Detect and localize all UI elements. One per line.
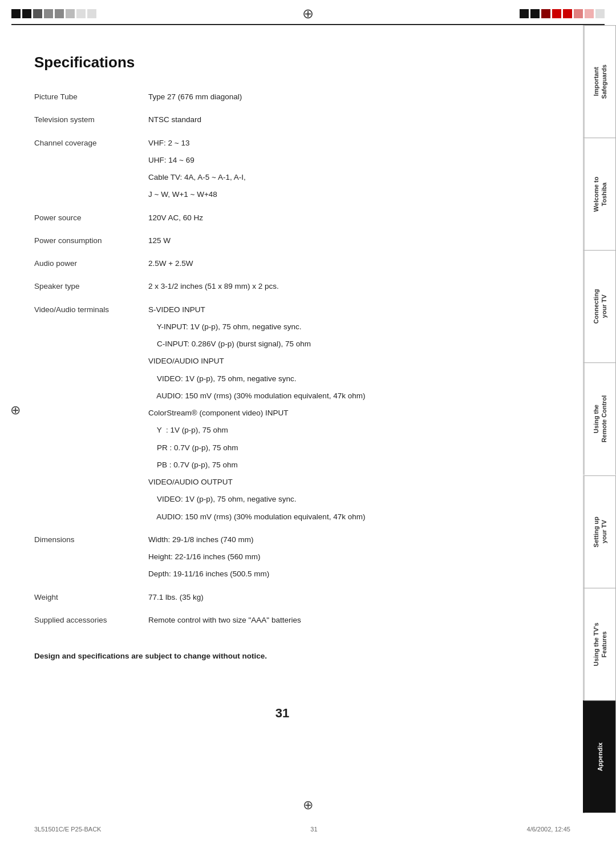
table-row: AUDIO: 150 mV (rms) (30% modulation equi… bbox=[34, 387, 530, 405]
table-row: DimensionsWidth: 29-1/8 inches (740 mm) bbox=[34, 531, 530, 548]
footer-left: 3L51501C/E P25-BACK bbox=[34, 826, 101, 833]
table-row: Cable TV: 4A, A-5 ~ A-1, A-I, bbox=[34, 169, 530, 186]
table-row: Y-INPUT: 1V (p-p), 75 ohm, negative sync… bbox=[34, 318, 530, 336]
table-row: Television systemNTSC standard bbox=[34, 111, 530, 128]
table-row: ColorStream® (component video) INPUT bbox=[34, 405, 530, 422]
table-row: PB : 0.7V (p-p), 75 ohm bbox=[34, 457, 530, 474]
sidebar-tab[interactable]: Using the Remote Control bbox=[583, 362, 616, 475]
table-row: Power source120V AC, 60 Hz bbox=[34, 209, 530, 227]
table-row: AUDIO: 150 mV (rms) (30% modulation equi… bbox=[34, 508, 530, 526]
top-pattern-right bbox=[520, 9, 605, 18]
table-row: C-INPUT: 0.286V (p-p) (burst signal), 75… bbox=[34, 336, 530, 353]
table-row: Channel coverageVHF: 2 ~ 13 bbox=[34, 135, 530, 152]
sidebar-tab[interactable]: Appendix bbox=[583, 700, 616, 813]
bottom-crosshair: ⊕ bbox=[303, 798, 313, 813]
table-row: Height: 22-1/16 inches (560 mm) bbox=[34, 548, 530, 566]
table-row: UHF: 14 ~ 69 bbox=[34, 152, 530, 169]
table-row: Y : 1V (p-p), 75 ohm bbox=[34, 422, 530, 439]
table-row: VIDEO: 1V (p-p), 75 ohm, negative sync. bbox=[34, 370, 530, 387]
table-row: Supplied accessoriesRemote control with … bbox=[34, 612, 530, 629]
table-row: VIDEO: 1V (p-p), 75 ohm, negative sync. bbox=[34, 491, 530, 508]
page-number: 31 bbox=[34, 706, 530, 721]
sidebar-tab[interactable]: Welcome to Toshiba bbox=[583, 138, 616, 250]
center-crosshair-top: ⊕ bbox=[302, 7, 314, 21]
table-row: Speaker type2 x 3-1/2 inches (51 x 89 mm… bbox=[34, 278, 530, 295]
table-row: Picture TubeType 27 (676 mm diagonal) bbox=[34, 88, 530, 106]
table-row: Weight77.1 lbs. (35 kg) bbox=[34, 589, 530, 606]
top-pattern-left bbox=[11, 9, 96, 18]
table-row: VIDEO/AUDIO OUTPUT bbox=[34, 474, 530, 491]
footer: 3L51501C/E P25-BACK 31 4/6/2002, 12:45 bbox=[34, 826, 570, 833]
sidebar-tab[interactable]: Connecting your TV bbox=[583, 250, 616, 362]
table-row: Depth: 19-11/16 inches (500.5 mm) bbox=[34, 566, 530, 583]
table-row: PR : 0.7V (p-p), 75 ohm bbox=[34, 439, 530, 457]
sidebar-tab[interactable]: Important Safeguards bbox=[583, 25, 616, 138]
table-row: J ~ W, W+1 ~ W+48 bbox=[34, 186, 530, 203]
specs-table: Picture TubeType 27 (676 mm diagonal)Tel… bbox=[34, 88, 530, 635]
table-row: VIDEO/AUDIO INPUT bbox=[34, 353, 530, 370]
sidebar-tab[interactable]: Setting up your TV bbox=[583, 475, 616, 588]
sidebar-tab[interactable]: Using the TV's Features bbox=[583, 588, 616, 700]
table-row: Audio power2.5W + 2.5W bbox=[34, 255, 530, 272]
notice-text: Design and specifications are subject to… bbox=[34, 652, 530, 660]
right-sidebar: Important SafeguardsWelcome to ToshibaCo… bbox=[583, 25, 616, 813]
footer-right: 4/6/2002, 12:45 bbox=[527, 826, 570, 833]
table-row: Power consumption125 W bbox=[34, 232, 530, 249]
table-row: Video/Audio terminalsS-VIDEO INPUT bbox=[34, 301, 530, 318]
footer-center: 31 bbox=[310, 826, 317, 833]
page-title: Specifications bbox=[34, 54, 530, 71]
left-crosshair: ⊕ bbox=[10, 403, 21, 418]
